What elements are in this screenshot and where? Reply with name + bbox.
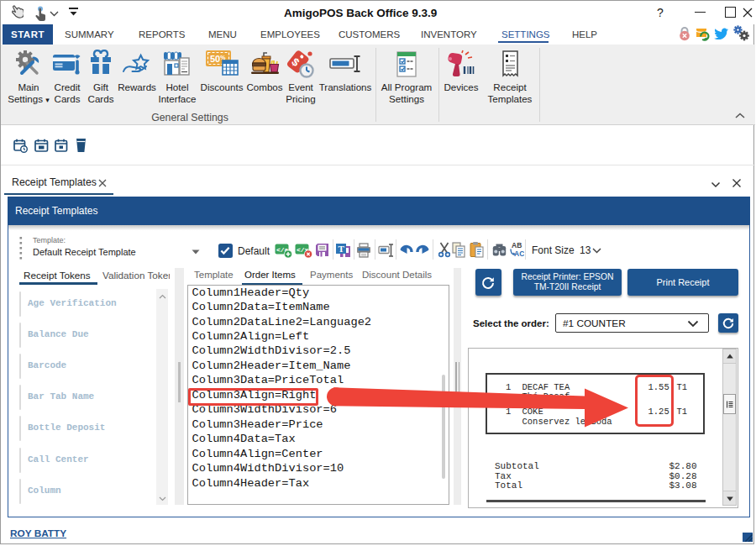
svg-text:AB: AB [512, 241, 522, 249]
svg-text:T: T [339, 244, 345, 254]
svg-text:AC: AC [514, 249, 524, 258]
